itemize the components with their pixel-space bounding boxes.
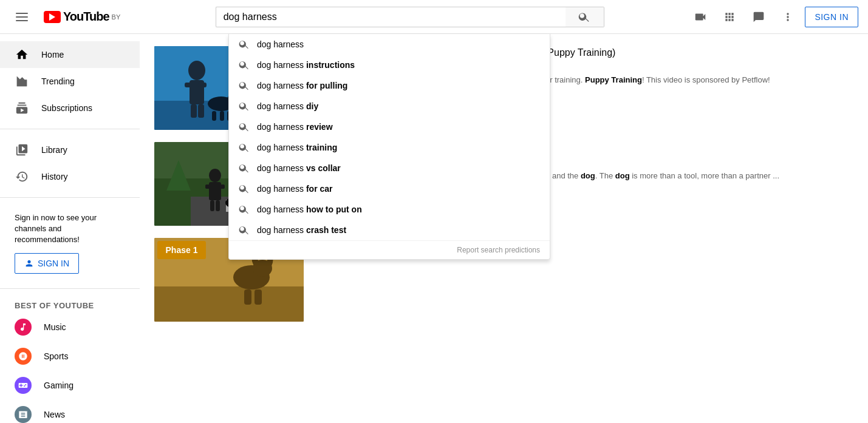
sidebar-item-sports[interactable]: Sports [0,342,140,346]
autocomplete-text-6: dog harness vs collar [257,163,341,173]
sidebar-label-library: Library [41,145,67,155]
upload-icon [694,10,707,24]
header: YouTubeBY dog harness dog harness dog ha… [0,0,868,34]
autocomplete-item-1[interactable]: dog harness instructions [229,55,550,75]
apps-button[interactable] [717,5,742,29]
autocomplete-text-8: dog harness how to put on [257,205,362,214]
sidebar-sign-in-label: SIGN IN [38,259,69,268]
svg-rect-47 [244,289,251,305]
autocomplete-text-0: dog harness [257,39,304,49]
sign-in-button[interactable]: SIGN IN [805,7,858,27]
more-icon [782,11,794,23]
more-options-button[interactable] [776,5,800,29]
autocomplete-item-5[interactable]: dog harness training [229,137,550,158]
search-suggestion-icon-8 [239,204,250,215]
svg-rect-11 [198,104,204,118]
svg-rect-42 [154,286,304,322]
search-suggestion-icon-3 [239,101,250,112]
sidebar: Home Trending Subscriptions Library H [0,34,140,346]
hamburger-menu-button[interactable] [10,5,34,29]
search-suggestion-icon-2 [239,80,250,91]
autocomplete-item-8[interactable]: dog harness how to put on [229,199,550,220]
messages-button[interactable] [747,5,771,29]
svg-point-6 [188,61,205,80]
sidebar-item-history[interactable]: History [0,163,140,190]
svg-rect-1 [16,16,28,18]
sidebar-item-home[interactable]: Home [0,41,140,68]
best-of-title: BEST OF YOUTUBE [0,296,140,313]
autocomplete-item-6[interactable]: dog harness vs collar [229,158,550,178]
autocomplete-item-9[interactable]: dog harness crash test [229,220,550,240]
autocomplete-text-5: dog harness training [257,143,337,152]
sidebar-label-subscriptions: Subscriptions [41,103,92,113]
home-icon [15,47,29,62]
header-left: YouTubeBY [10,5,131,29]
upload-button[interactable] [688,5,713,29]
svg-rect-2 [16,20,28,21]
history-icon [15,169,29,184]
autocomplete-item-3[interactable]: dog harness diy [229,96,550,117]
search-suggestion-icon-5 [239,142,250,153]
autocomplete-item-2[interactable]: dog harness for pulling [229,75,550,96]
autocomplete-item-7[interactable]: dog harness for car [229,178,550,199]
sidebar-item-subscriptions[interactable]: Subscriptions [0,95,140,121]
svg-rect-48 [255,289,262,305]
search-suggestion-icon-1 [239,59,250,70]
search-suggestion-icon [239,39,250,50]
sidebar-item-music[interactable]: Music [0,313,140,342]
autocomplete-text-9: dog harness crash test [257,225,346,235]
autocomplete-text-7: dog harness for car [257,184,333,194]
library-icon [15,143,29,157]
music-icon [15,319,32,336]
subscriptions-icon [15,101,29,115]
sidebar-sign-in-button[interactable]: SIGN IN [15,253,79,274]
svg-rect-0 [16,13,28,14]
autocomplete-text-3: dog harness diy [257,101,318,111]
search-suggestion-icon-4 [239,121,250,132]
search-suggestion-icon-9 [239,225,250,235]
autocomplete-dropdown: dog harness dog harness instructions dog… [228,34,550,260]
svg-rect-8 [185,83,193,87]
sidebar-label-home: Home [41,50,64,59]
svg-rect-29 [219,184,225,189]
search-container: dog harness [216,7,604,27]
youtube-logo-icon [44,11,61,23]
sidebar-divider-2 [0,197,140,198]
svg-rect-31 [216,200,220,211]
autocomplete-item-4[interactable]: dog harness review [229,117,550,137]
sidebar-divider-3 [0,288,140,289]
youtube-logo[interactable]: YouTubeBY [44,10,120,24]
search-suggestion-icon-7 [239,183,250,194]
svg-point-26 [209,169,221,182]
svg-text:Phase 1: Phase 1 [166,245,198,255]
svg-rect-10 [191,104,197,118]
svg-rect-9 [198,83,207,87]
search-input[interactable]: dog harness [216,7,566,27]
apps-icon [723,11,736,23]
sidebar-item-trending[interactable]: Trending [0,68,140,95]
autocomplete-item-0[interactable]: dog harness [229,34,550,55]
sign-in-text: Sign in now to see your channels and rec… [15,212,125,246]
report-predictions[interactable]: Report search predictions [229,240,550,259]
trending-icon [15,74,29,89]
sign-in-box: Sign in now to see your channels and rec… [0,205,140,281]
logo-country: BY [112,13,121,21]
sidebar-label-history: History [41,172,68,181]
search-area: dog harness [191,7,629,27]
sidebar-label-music: Music [44,322,66,332]
autocomplete-text-1: dog harness instructions [257,60,355,70]
sidebar-label-trending: Trending [41,76,75,86]
messages-icon [753,11,765,23]
svg-rect-30 [210,200,214,211]
sidebar-item-library[interactable]: Library [0,137,140,163]
search-button[interactable] [566,7,604,27]
person-icon [24,259,34,268]
svg-rect-15 [220,111,224,121]
svg-rect-28 [205,184,211,189]
svg-rect-14 [212,111,216,121]
logo-text: YouTube [63,10,109,24]
sidebar-divider-1 [0,129,140,129]
search-icon [578,11,590,23]
hamburger-icon [16,13,28,21]
search-suggestion-icon-6 [239,163,250,174]
